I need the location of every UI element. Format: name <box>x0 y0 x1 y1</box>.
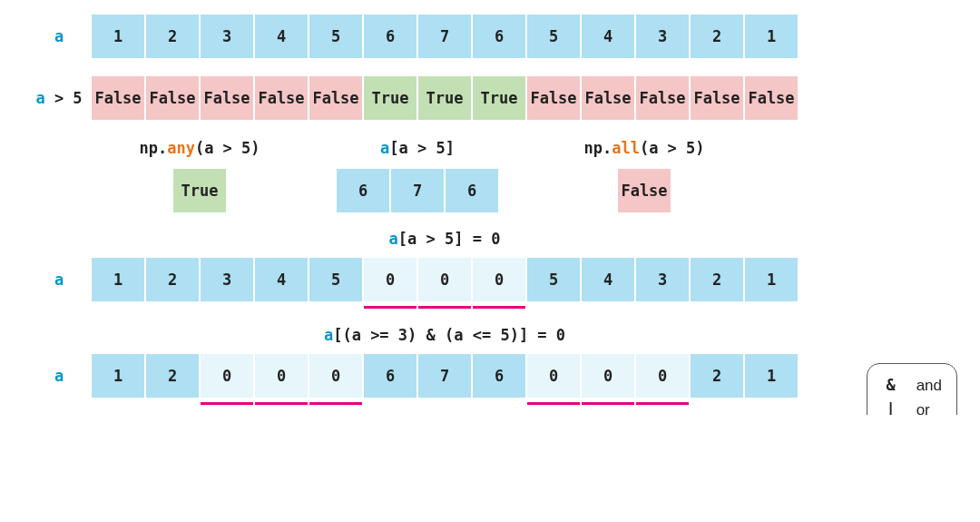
code-all-fn: all <box>612 139 640 157</box>
code-any-post: (a > 5) <box>195 139 260 157</box>
array-cell: 5 <box>526 14 581 59</box>
array-cell: False <box>581 75 635 121</box>
label-compare-op: > 5 <box>45 89 83 107</box>
array-cell: 0 <box>200 353 254 399</box>
array-cell: 5 <box>309 257 363 302</box>
array-cell: 5 <box>309 14 363 59</box>
code-selection: a[a > 5] <box>380 139 455 157</box>
array-cell: 0 <box>309 353 363 399</box>
array-cell: 4 <box>254 14 309 59</box>
array-cell: 4 <box>254 257 309 302</box>
array-cell: 1 <box>91 14 145 59</box>
legend-symbol: & <box>882 373 900 398</box>
array-cell: False <box>690 75 744 121</box>
array-cell: 4 <box>581 257 635 302</box>
array-cell: 0 <box>581 353 635 399</box>
code-assign1-a: a <box>389 230 398 248</box>
label-a3: a <box>27 367 91 385</box>
array-cell: 1 <box>91 257 145 302</box>
array-cell: 2 <box>145 257 200 302</box>
underline-marker <box>255 402 308 406</box>
array-cell: 1 <box>744 257 799 302</box>
underline-marker <box>364 306 416 310</box>
array-a-cells: 1234567654321 <box>91 14 799 59</box>
label-a3-text: a <box>54 367 64 385</box>
code-assign1: a[a > 5] = 0 <box>91 230 799 248</box>
code-all-post: (a > 5) <box>640 139 705 157</box>
array-cell: 2 <box>690 257 744 302</box>
label-compare: a > 5 <box>27 89 91 107</box>
code-sel-rest: [a > 5] <box>389 139 455 157</box>
array-cell: 0 <box>363 257 417 302</box>
legend-row: |or <box>882 398 942 415</box>
array-cell: 2 <box>145 353 200 399</box>
array-cell: False <box>91 75 145 121</box>
label-a: a <box>27 27 91 45</box>
array-cell: 4 <box>581 14 635 59</box>
array-cell: 6 <box>472 353 526 399</box>
code-all: np.all(a > 5) <box>583 139 704 157</box>
underline-marker <box>201 402 253 406</box>
array-cell: False <box>526 75 581 121</box>
array-cell: 6 <box>336 168 390 213</box>
row-array-a3: a 1200067600021 <box>27 353 971 399</box>
array-cell: 3 <box>200 257 254 302</box>
array-cell: True <box>417 75 472 121</box>
code-all-pre: np. <box>583 139 612 157</box>
array-cell: 2 <box>690 14 744 59</box>
legend-row: &and <box>882 373 942 398</box>
array-cell: False <box>200 75 254 121</box>
code-assign2-rest: [(a >= 3) & (a <= 5)] = 0 <box>333 326 565 344</box>
label-a-text: a <box>54 27 64 45</box>
row-array-a2: a 1234500054321 <box>27 257 971 302</box>
array-compare-cells: FalseFalseFalseFalseFalseTrueTrueTrueFal… <box>91 75 799 121</box>
array-cell: False <box>309 75 363 121</box>
code-assign2-a: a <box>324 326 333 344</box>
array-cell: 2 <box>690 353 744 399</box>
code-assign1-rest: [a > 5] = 0 <box>398 230 501 248</box>
array-cell: False <box>744 75 799 121</box>
array-cell: 6 <box>363 14 417 59</box>
row-compare: a > 5 FalseFalseFalseFalseFalseTrueTrueT… <box>27 75 971 121</box>
code-sel-a: a <box>380 139 389 157</box>
array-cell: 0 <box>526 353 581 399</box>
operator-legend: &and|or^xor~not <box>867 363 957 415</box>
cell-all-result: False <box>617 168 671 213</box>
array-cell: 6 <box>445 168 499 213</box>
array-cell: 7 <box>417 353 472 399</box>
array-cell: 7 <box>390 168 445 213</box>
trio-results: np.any(a > 5) True a[a > 5] 676 np.all(a… <box>91 139 971 213</box>
array-cell: 1 <box>91 353 145 399</box>
legend-word: or <box>916 398 930 415</box>
array-cell: 7 <box>417 14 472 59</box>
array-cell: 6 <box>363 353 417 399</box>
array-cell: 0 <box>472 257 526 302</box>
array-cell: False <box>145 75 200 121</box>
array-cell: 2 <box>145 14 200 59</box>
legend-symbol: | <box>882 398 900 415</box>
col-all: np.all(a > 5) False <box>526 139 762 213</box>
array-cell: 1 <box>744 14 799 59</box>
label-a2: a <box>27 271 91 289</box>
array-cell: 5 <box>526 257 581 302</box>
array-a3-cells: 1200067600021 <box>91 353 799 399</box>
underline-marker <box>473 306 525 310</box>
label-a2-text: a <box>54 271 64 289</box>
underline-marker <box>527 402 580 406</box>
array-cell: 1 <box>744 353 799 399</box>
array-cell: 6 <box>472 14 526 59</box>
array-cell: 0 <box>635 353 690 399</box>
array-a2-cells: 1234500054321 <box>91 257 799 302</box>
array-cell: 0 <box>417 257 472 302</box>
array-cell: 3 <box>200 14 254 59</box>
underline-marker <box>636 402 689 406</box>
cell-any-result: True <box>172 168 227 213</box>
code-any: np.any(a > 5) <box>139 139 260 157</box>
array-cell: 3 <box>635 257 690 302</box>
col-any: np.any(a > 5) True <box>91 139 309 213</box>
row-array-a: a 1234567654321 <box>27 14 971 59</box>
underline-marker <box>418 306 471 310</box>
array-selection-cells: 676 <box>336 168 499 213</box>
code-any-pre: np. <box>139 139 167 157</box>
array-cell: False <box>635 75 690 121</box>
